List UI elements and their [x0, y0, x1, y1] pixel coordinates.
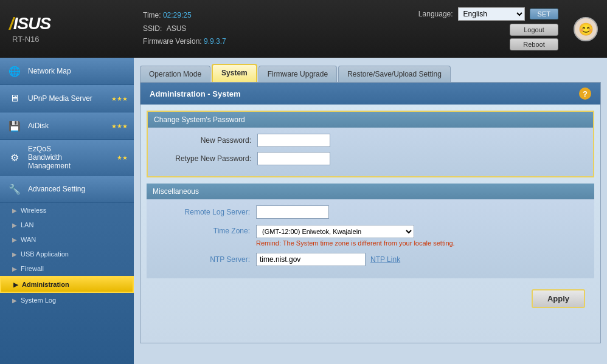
password-fields: New Password: Retype New Password:	[148, 128, 593, 176]
sidebar-item-system-log[interactable]: ▶ System Log	[0, 293, 134, 307]
sidebar-item-wireless[interactable]: ▶ Wireless	[0, 203, 134, 218]
reboot-button[interactable]: Reboot	[510, 38, 558, 50]
ezqos-stars: ★★	[117, 154, 128, 161]
timezone-warning: Remind: The System time zone is differen…	[256, 239, 455, 247]
sidebar-label-firewall: Firewall	[21, 265, 44, 272]
usb-arrow: ▶	[12, 251, 17, 258]
sidebar-label-wireless: Wireless	[21, 207, 46, 214]
asus-logo: /ISUS	[9, 14, 50, 33]
timezone-label: Time Zone:	[159, 225, 256, 235]
set-button[interactable]: SET	[530, 9, 558, 19]
misc-fields: Remote Log Server: Time Zone: (GMT-12:00…	[147, 199, 594, 278]
header-right: Language: English 中文 Deutsch Français SE…	[418, 7, 558, 50]
sidebar-label-wan: WAN	[21, 236, 36, 243]
sidebar-label-aidisk: AiDisk	[28, 122, 49, 130]
tab-restore[interactable]: Restore/Save/Upload Setting	[338, 66, 451, 82]
wan-arrow: ▶	[12, 236, 17, 243]
password-section-title: Change System's Password	[148, 112, 593, 128]
panel-title-bar: Administration - System ?	[140, 83, 600, 105]
misc-section: Miscellaneous Remote Log Server: Time Zo…	[147, 184, 594, 278]
header-info: Time: 02:29:25 SSID: ASUS Firmware Versi…	[125, 9, 418, 49]
new-password-input[interactable]	[257, 134, 330, 147]
ssid-label: SSID:	[143, 24, 162, 33]
advanced-icon: 🔧	[6, 180, 23, 197]
sidebar-label-lan: LAN	[21, 221, 33, 228]
time-value[interactable]: 02:29:25	[163, 11, 192, 19]
remote-log-label: Remote Log Server:	[159, 208, 256, 216]
sidebar-item-usb[interactable]: ▶ USB Application	[0, 247, 134, 261]
syslog-arrow: ▶	[12, 297, 17, 304]
sidebar-item-administration[interactable]: ▶ Administration	[0, 276, 134, 293]
tabs-bar: Operation Mode System Firmware Upgrade R…	[140, 64, 601, 82]
language-row: Language: English 中文 Deutsch Français SE…	[418, 7, 558, 21]
new-password-row: New Password:	[160, 134, 581, 147]
panel-title: Administration - System	[150, 89, 241, 98]
lan-arrow: ▶	[12, 222, 17, 228]
tab-operation-mode[interactable]: Operation Mode	[140, 66, 210, 82]
misc-section-title: Miscellaneous	[147, 184, 594, 199]
sidebar-label-system-log: System Log	[21, 297, 56, 304]
main-layout: 🌐 Network Map 🖥 UPnP Media Server ★★★ 💾 …	[0, 58, 607, 364]
remote-log-row: Remote Log Server:	[159, 205, 582, 219]
sidebar-label-network-map: Network Map	[28, 67, 71, 75]
firewall-arrow: ▶	[12, 266, 17, 272]
content-area: Operation Mode System Firmware Upgrade R…	[134, 58, 607, 364]
retype-password-input[interactable]	[257, 152, 330, 165]
sidebar: 🌐 Network Map 🖥 UPnP Media Server ★★★ 💾 …	[0, 58, 134, 364]
password-section: Change System's Password New Password: R…	[147, 111, 594, 177]
model-name: RT-N16	[12, 35, 40, 44]
new-password-label: New Password:	[160, 136, 257, 145]
remote-log-input[interactable]	[256, 205, 329, 219]
ssid-value: ASUS	[167, 24, 187, 33]
ntp-input-group: NTP Link	[256, 253, 400, 266]
content-panel: Administration - System ? Change System'…	[140, 82, 601, 343]
ntp-input[interactable]	[256, 253, 366, 266]
ntp-link[interactable]: NTP Link	[370, 255, 400, 264]
sidebar-label-administration: Administration	[22, 281, 69, 288]
upnp-icon: 🖥	[6, 90, 23, 107]
avatar: 😊	[574, 17, 598, 41]
logout-button[interactable]: Logout	[510, 24, 558, 36]
sidebar-item-firewall[interactable]: ▶ Firewall	[0, 261, 134, 276]
sidebar-item-wan[interactable]: ▶ WAN	[0, 232, 134, 247]
header: /ISUS RT-N16 Time: 02:29:25 SSID: ASUS F…	[0, 0, 607, 58]
admin-arrow: ▶	[13, 281, 18, 288]
help-icon[interactable]: ?	[579, 88, 591, 100]
ssid-row: SSID: ASUS	[143, 22, 418, 36]
sidebar-label-usb: USB Application	[21, 250, 69, 258]
ntp-label: NTP Server:	[159, 255, 256, 264]
sidebar-item-lan[interactable]: ▶ LAN	[0, 218, 134, 232]
logo-area: /ISUS RT-N16	[9, 14, 125, 44]
timezone-select[interactable]: (GMT-12:00) Eniwetok, Kwajalein (GMT-11:…	[256, 225, 414, 238]
action-buttons: Logout Reboot	[510, 24, 558, 50]
aidisk-icon: 💾	[6, 117, 23, 134]
sidebar-item-network-map[interactable]: 🌐 Network Map	[0, 58, 134, 85]
firmware-row: Firmware Version: 9.9.3.7	[143, 35, 418, 49]
sidebar-item-ezqos[interactable]: ⚙ EzQoS Bandwidth Management ★★	[0, 140, 134, 176]
retype-password-label: Retype New Password:	[160, 154, 257, 163]
time-label: Time:	[143, 11, 161, 19]
timezone-row: Time Zone: (GMT-12:00) Eniwetok, Kwajale…	[159, 225, 582, 247]
sidebar-label-advanced: Advanced Setting	[28, 185, 85, 193]
tab-system[interactable]: System	[212, 64, 257, 82]
language-select[interactable]: English 中文 Deutsch Français	[458, 7, 525, 21]
sidebar-item-aidisk[interactable]: 💾 AiDisk ★★★	[0, 112, 134, 140]
ntp-row: NTP Server: NTP Link	[159, 253, 582, 266]
ezqos-label: EzQoS Bandwidth Management	[28, 145, 71, 170]
timezone-container: (GMT-12:00) Eniwetok, Kwajalein (GMT-11:…	[256, 225, 455, 247]
firmware-label: Firmware Version:	[143, 37, 202, 46]
aidisk-stars: ★★★	[111, 123, 128, 129]
apply-button[interactable]: Apply	[532, 289, 585, 308]
tab-firmware[interactable]: Firmware Upgrade	[258, 66, 337, 82]
wireless-arrow: ▶	[12, 207, 17, 214]
sidebar-item-upnp[interactable]: 🖥 UPnP Media Server ★★★	[0, 85, 134, 112]
time-row: Time: 02:29:25	[143, 9, 418, 22]
upnp-stars: ★★★	[111, 95, 128, 102]
network-map-icon: 🌐	[6, 63, 23, 80]
ezqos-icon: ⚙	[6, 149, 23, 166]
language-label: Language:	[418, 10, 453, 18]
firmware-value[interactable]: 9.9.3.7	[204, 37, 226, 46]
sidebar-item-advanced[interactable]: 🔧 Advanced Setting	[0, 176, 134, 203]
retype-password-row: Retype New Password:	[160, 152, 581, 165]
sidebar-label-upnp: UPnP Media Server	[28, 94, 92, 103]
